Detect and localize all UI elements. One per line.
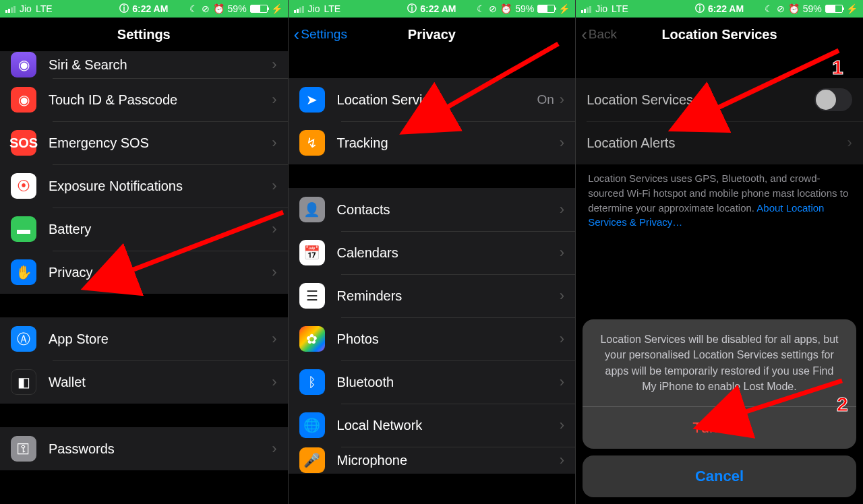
chevron-right-icon: › (560, 91, 564, 108)
time-label: 6:22 AM (420, 3, 456, 14)
status-bar: JioLTE ⓘ6:22 AM ☾⊘⏰59%⚡ (576, 0, 863, 18)
reminders-icon: ☰ (299, 283, 325, 309)
page-title: Location Services (661, 27, 777, 42)
microphone-icon: 🎤 (299, 447, 325, 473)
globe-icon: 🌐 (299, 412, 325, 438)
time-label: 6:22 AM (132, 3, 168, 14)
network-label: LTE (324, 3, 341, 14)
wallet-icon: ◧ (11, 369, 36, 395)
chevron-right-icon: › (272, 373, 276, 391)
phone-settings: JioLTE ⓘ6:22 AM ☾⊘⏰59%⚡ Settings ◉Siri &… (0, 0, 288, 504)
action-sheet: Location Services will be disabled for a… (583, 319, 856, 497)
chevron-right-icon: › (272, 220, 276, 238)
row-microphone[interactable]: 🎤Microphone› (289, 447, 576, 474)
hotspot-icon: ⓘ (695, 3, 705, 15)
row-passwords[interactable]: ⚿Passwords› (0, 427, 288, 470)
row-bluetooth[interactable]: ᛒBluetooth› (289, 360, 576, 404)
row-battery[interactable]: ▬Battery› (0, 208, 288, 251)
moon-icon: ☾ (189, 3, 198, 14)
row-location-alerts[interactable]: Location Alerts› (576, 121, 863, 164)
hotspot-icon: ⓘ (119, 3, 129, 15)
location-arrow-icon: ➤ (299, 87, 325, 113)
row-contacts[interactable]: 👤Contacts› (289, 188, 576, 231)
chevron-right-icon: › (272, 134, 276, 152)
carrier-label: Jio (308, 3, 320, 14)
charging-icon: ⚡ (271, 3, 282, 14)
row-wallet[interactable]: ◧Wallet› (0, 360, 288, 404)
battery-row-icon: ▬ (11, 216, 36, 242)
carrier-label: Jio (20, 3, 32, 14)
moon-icon: ☾ (477, 3, 485, 14)
orientation-lock-icon: ⊘ (777, 3, 785, 14)
location-toggle[interactable] (814, 88, 852, 111)
chevron-right-icon: › (272, 330, 276, 348)
signal-icon (294, 5, 304, 13)
carrier-label: Jio (595, 3, 607, 14)
alarm-icon: ⏰ (788, 3, 800, 14)
status-bar: JioLTE ⓘ6:22 AM ☾⊘⏰59%⚡ (0, 0, 288, 18)
row-appstore[interactable]: ⒶApp Store› (0, 317, 288, 360)
chevron-right-icon: › (847, 134, 852, 152)
chevron-right-icon: › (560, 244, 564, 261)
row-calendars[interactable]: 📅Calendars› (289, 231, 576, 274)
signal-icon (581, 5, 591, 13)
phone-location: JioLTE ⓘ6:22 AM ☾⊘⏰59%⚡ ‹Back Location S… (575, 0, 863, 504)
hotspot-icon: ⓘ (407, 3, 417, 15)
chevron-right-icon: › (560, 330, 564, 348)
bluetooth-icon: ᛒ (299, 369, 325, 395)
photos-icon: ✿ (299, 326, 325, 352)
battery-pct: 59% (228, 3, 247, 14)
row-privacy[interactable]: ✋Privacy› (0, 251, 288, 294)
moon-icon: ☾ (765, 3, 773, 14)
nav-back-button[interactable]: ‹Settings (294, 27, 347, 42)
chevron-right-icon: › (272, 263, 276, 281)
chevron-right-icon: › (272, 56, 276, 73)
row-localnetwork[interactable]: 🌐Local Network› (289, 404, 576, 447)
appstore-icon: Ⓐ (11, 326, 36, 352)
row-exposure[interactable]: ⦿Exposure Notifications› (0, 164, 288, 208)
chevron-right-icon: › (560, 201, 564, 218)
chevron-right-icon: › (272, 440, 276, 458)
page-title: Settings (117, 27, 171, 42)
key-icon: ⚿ (11, 436, 36, 462)
chevron-right-icon: › (272, 91, 276, 108)
chevron-right-icon: › (560, 134, 564, 152)
network-label: LTE (36, 3, 53, 14)
siri-icon: ◉ (11, 52, 36, 77)
nav-bar: Settings (0, 18, 288, 51)
battery-icon (250, 5, 268, 13)
battery-icon (825, 5, 843, 13)
nav-bar: ‹Settings Privacy (289, 18, 576, 51)
chevron-right-icon: › (560, 451, 564, 469)
chevron-right-icon: › (560, 287, 564, 305)
exposure-icon: ⦿ (11, 173, 36, 199)
row-reminders[interactable]: ☰Reminders› (289, 274, 576, 317)
turn-off-button[interactable]: Turn Off (583, 406, 856, 449)
nav-bar: ‹Back Location Services (576, 18, 863, 51)
row-photos[interactable]: ✿Photos› (289, 317, 576, 360)
footnote: Location Services uses GPS, Bluetooth, a… (576, 164, 863, 230)
signal-icon (5, 5, 16, 13)
row-location-services[interactable]: ➤Location ServicesOn› (289, 78, 576, 121)
row-sos[interactable]: SOSEmergency SOS› (0, 121, 288, 164)
row-location-toggle[interactable]: Location Services (576, 78, 863, 121)
calendar-icon: 📅 (299, 240, 325, 265)
alarm-icon: ⏰ (213, 3, 225, 14)
charging-icon: ⚡ (846, 3, 858, 14)
row-siri[interactable]: ◉Siri & Search› (0, 51, 288, 78)
orientation-lock-icon: ⊘ (489, 3, 497, 14)
fingerprint-icon: ◉ (11, 87, 36, 113)
nav-back-button[interactable]: ‹Back (581, 27, 617, 42)
row-tracking[interactable]: ↯Tracking› (289, 121, 576, 164)
status-bar: JioLTE ⓘ6:22 AM ☾⊘⏰59%⚡ (289, 0, 576, 18)
battery-pct: 59% (515, 3, 534, 14)
chevron-right-icon: › (560, 416, 564, 434)
battery-icon (537, 5, 555, 13)
orientation-lock-icon: ⊘ (202, 3, 210, 14)
battery-pct: 59% (803, 3, 822, 14)
phone-privacy: JioLTE ⓘ6:22 AM ☾⊘⏰59%⚡ ‹Settings Privac… (288, 0, 576, 504)
row-touchid[interactable]: ◉Touch ID & Passcode› (0, 78, 288, 121)
tracking-icon: ↯ (299, 130, 325, 156)
sheet-message: Location Services will be disabled for a… (583, 319, 856, 406)
cancel-button[interactable]: Cancel (583, 455, 856, 497)
